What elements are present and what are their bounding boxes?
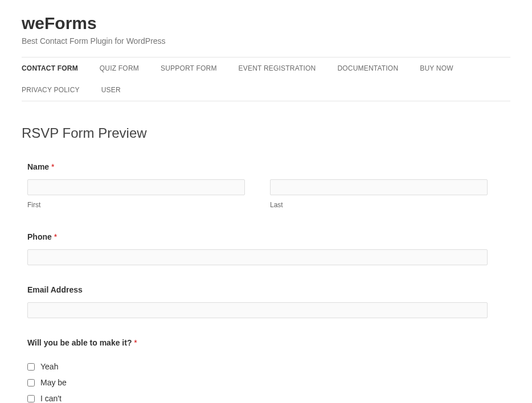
attend-option-label: I can't (40, 394, 62, 403)
field-email: Email Address (27, 285, 488, 318)
attend-option-maybe[interactable]: May be (27, 378, 488, 387)
email-input[interactable] (27, 302, 488, 318)
last-name-sublabel: Last (270, 201, 488, 209)
attend-option-label: May be (40, 378, 67, 387)
attend-label: Will you be able to make it? * (27, 338, 137, 347)
name-label: Name * (27, 162, 54, 171)
attend-checkbox-yeah[interactable] (27, 363, 35, 371)
phone-label: Phone * (27, 232, 57, 241)
required-mark: * (51, 162, 54, 171)
attend-checkbox-icant[interactable] (27, 395, 35, 402)
nav-user[interactable]: USER (101, 79, 121, 101)
first-name-input[interactable] (27, 179, 245, 195)
site-tagline: Best Contact Form Plugin for WordPress (22, 36, 510, 46)
nav-quiz-form[interactable]: QUIZ FORM (100, 57, 139, 79)
page-title: RSVP Form Preview (22, 125, 510, 141)
required-mark: * (54, 232, 57, 241)
rsvp-form: Name * First Last Phone * Email Address … (22, 162, 510, 403)
nav-support-form[interactable]: SUPPORT FORM (161, 57, 217, 79)
phone-input[interactable] (27, 249, 488, 265)
nav-event-registration[interactable]: EVENT REGISTRATION (239, 57, 316, 79)
required-mark: * (134, 338, 137, 347)
site-header: weForms Best Contact Form Plugin for Wor… (22, 14, 510, 46)
attend-option-label: Yeah (40, 362, 58, 371)
attend-option-yeah[interactable]: Yeah (27, 362, 488, 371)
last-name-input[interactable] (270, 179, 488, 195)
nav-contact-form[interactable]: CONTACT FORM (22, 57, 78, 79)
main-nav: CONTACT FORM QUIZ FORM SUPPORT FORM EVEN… (22, 57, 510, 101)
field-phone: Phone * (27, 232, 488, 265)
attend-option-icant[interactable]: I can't (27, 394, 488, 403)
attend-checkbox-maybe[interactable] (27, 379, 35, 386)
site-title: weForms (22, 14, 510, 33)
email-label: Email Address (27, 285, 83, 294)
nav-documentation[interactable]: DOCUMENTATION (337, 57, 398, 79)
nav-buy-now[interactable]: BUY NOW (420, 57, 453, 79)
nav-privacy-policy[interactable]: PRIVACY POLICY (22, 79, 80, 101)
field-attend: Will you be able to make it? * Yeah May … (27, 338, 488, 403)
first-name-sublabel: First (27, 201, 245, 209)
field-name: Name * First Last (27, 162, 488, 209)
